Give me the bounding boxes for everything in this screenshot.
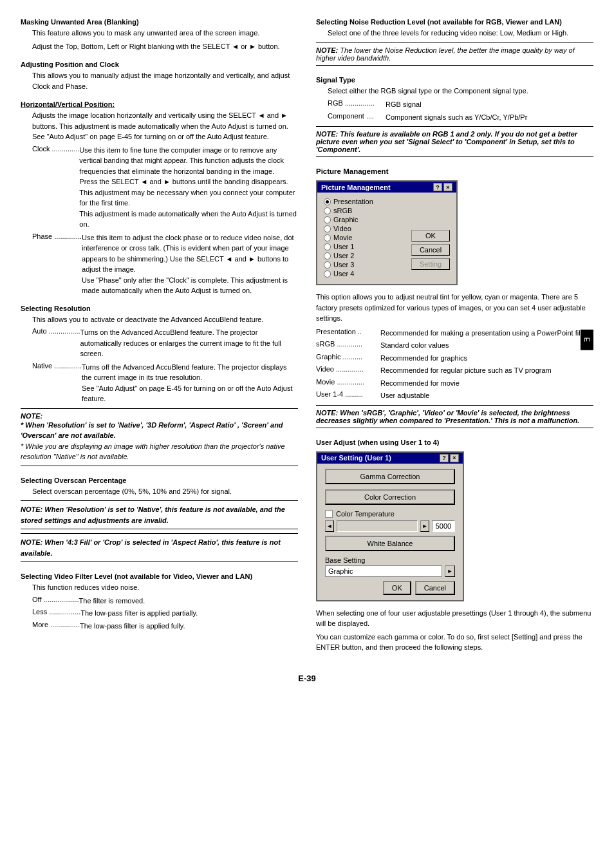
pm-option-video[interactable]: Video [324,225,406,232]
pm-radio-video[interactable] [324,225,331,232]
term-more-label: More ............... [32,621,80,632]
pm-radio-graphic[interactable] [324,216,331,223]
color-correction-btn[interactable]: Color Correction [325,489,455,505]
section-video-filter: Selecting Video Filter Level (not availa… [21,572,298,633]
pm-dialog-body: Presentation sRGB Graphic [317,193,456,284]
term-rgb: RGB ............... RGB signal [328,99,593,110]
base-setting-label: Base Setting [325,556,455,564]
term-more-desc: The low-pass filter is applied fully. [80,621,298,632]
term-srgb-desc: Standard color values [380,340,593,351]
noise-reduction-title: Selecting Noise Reduction Level (not ava… [316,18,593,26]
pm-label-srgb: sRGB [333,207,352,214]
term-clock: Clock .............. Use this item to fi… [32,145,298,230]
base-setting-select[interactable]: Graphic [325,565,442,577]
pm-dialog-titlebar-btns: ? × [433,183,452,191]
us-dialog-question-btn[interactable]: ? [440,454,449,462]
term-rgb-label: RGB ............... [328,99,386,110]
overscan-note2: NOTE: When '4:3 Fill' or 'Crop' is selec… [21,533,298,562]
term-user14-pm-desc: User adjustable [380,390,593,401]
term-component-label: Component .... [328,112,386,123]
signal-type-note: NOTE: This feature is available on RGB 1… [316,126,593,157]
pm-label-user3: User 3 [333,261,354,269]
base-setting-dropdown-btn[interactable]: ► [445,565,455,577]
us-ok-btn[interactable]: OK [383,581,411,595]
color-temp-label: Color Temperature [336,510,395,518]
term-auto-desc: Turns on the Advanced AccuBlend feature.… [80,327,298,359]
pm-radio-srgb[interactable] [324,207,331,214]
pm-setting-btn[interactable]: Setting [411,258,450,270]
pm-option-user3[interactable]: User 3 [324,261,406,269]
term-less-desc: The low-pass filter is applied partially… [80,608,298,619]
color-temp-checkbox[interactable] [325,510,333,518]
color-temp-row: Color Temperature [325,510,455,518]
term-clock-desc: Use this item to fine tune the computer … [79,145,298,230]
pm-option-user2[interactable]: User 2 [324,252,406,259]
pm-label-graphic: Graphic [333,216,358,223]
overscan-note2-text: NOTE: When '4:3 Fill' or 'Crop' is selec… [21,538,281,557]
pm-label-user4: User 4 [333,270,354,278]
slider-track [337,520,418,532]
gamma-correction-btn[interactable]: Gamma Correction [325,469,455,484]
pm-dialog-question-btn[interactable]: ? [433,183,442,191]
pm-dialog-titlebar: Picture Management ? × [317,182,456,193]
term-movie-pm-label: Movie .............. [316,378,380,389]
pm-radio-user4[interactable] [324,270,331,278]
user-adjust-body2: You can customize each gamma or color. T… [316,632,593,653]
term-native: Native .............. Turns off the Adva… [32,362,298,404]
pm-dialog-close-btn[interactable]: × [443,183,452,191]
term-phase-label: Phase .............. [32,232,82,296]
term-less: Less ................ The low-pass filte… [32,608,298,619]
term-srgb-label: sRGB ............. [316,340,380,351]
pm-cancel-btn[interactable]: Cancel [411,244,450,256]
pm-radio-presentation[interactable] [324,198,331,205]
pm-option-user4[interactable]: User 4 [324,270,406,278]
term-phase-desc: Use this item to adjust the clock phase … [82,232,298,296]
hv-position-body: Adjusts the image location horizontally … [32,110,298,142]
us-dialog-titlebar-btns: ? × [440,454,459,462]
pm-option-movie[interactable]: Movie [324,234,406,241]
pm-body1: This option allows you to adjust neutral… [316,292,593,324]
section-hv-position: Horizontal/Vertical Position: Adjusts th… [21,100,298,298]
picture-management-dialog: Picture Management ? × Presentation [316,180,458,285]
slider-left-btn[interactable]: ◄ [325,520,334,532]
overscan-note1: NOTE: When 'Resolution' is set to 'Nativ… [21,500,298,529]
term-presentation: Presentation .. Recommended for making a… [316,328,593,339]
section-resolution: Selecting Resolution This allows you to … [21,305,298,470]
pm-radio-user2[interactable] [324,252,331,259]
white-balance-btn[interactable]: White Balance [325,536,455,551]
us-dialog-close-btn[interactable]: × [450,454,459,462]
pm-option-srgb[interactable]: sRGB [324,207,406,214]
resolution-note-text: * When 'Resolution' is set to 'Native', … [21,420,298,462]
section-signal-type: Signal Type Select either the RGB signal… [316,76,593,162]
slider-value: 5000 [432,520,455,532]
pm-radio-user1[interactable] [324,243,331,250]
pm-ok-btn[interactable]: OK [411,230,450,241]
term-presentation-desc: Recommended for making a presentation us… [380,328,593,339]
pm-radio-user3[interactable] [324,261,331,269]
video-filter-title: Selecting Video Filter Level (not availa… [21,572,298,580]
pm-dialog-buttons: OK Cancel Setting [411,198,450,279]
color-temp-slider-row: ◄ ► 5000 [325,520,455,532]
section-overscan: Selecting Overscan Percentage Select ove… [21,476,298,567]
pm-radio-movie[interactable] [324,234,331,241]
overscan-body: Select overscan percentage (0%, 5%, 10% … [32,486,298,497]
user-adjust-body1: When selecting one of four user adjustab… [316,608,593,629]
noise-reduction-body: Select one of the three levels for reduc… [328,28,593,39]
us-cancel-btn[interactable]: Cancel [415,581,455,595]
overscan-note1-text: NOTE: When 'Resolution' is set to 'Nativ… [21,505,285,524]
term-user14-pm-label: User 1-4 ......... [316,390,380,401]
pm-option-graphic[interactable]: Graphic [324,216,406,223]
section-noise-reduction: Selecting Noise Reduction Level (not ava… [316,18,593,70]
user-setting-dialog: User Setting (User 1) ? × Gamma Correcti… [316,451,464,601]
term-video-pm-label: Video .............. [316,365,380,376]
term-graphic: Graphic .......... Recommended for graph… [316,353,593,364]
resolution-note: NOTE: * When 'Resolution' is set to 'Nat… [21,408,298,466]
section-adjust-position: Adjusting Position and Clock This allows… [21,61,298,94]
pm-option-user1[interactable]: User 1 [324,243,406,250]
term-graphic-label: Graphic .......... [316,353,380,364]
term-more: More ............... The low-pass filter… [32,621,298,632]
pm-option-presentation[interactable]: Presentation [324,198,406,205]
term-less-label: Less ................ [32,608,80,619]
slider-right-btn[interactable]: ► [420,520,429,532]
hv-position-title: Horizontal/Vertical Position: [21,100,298,108]
